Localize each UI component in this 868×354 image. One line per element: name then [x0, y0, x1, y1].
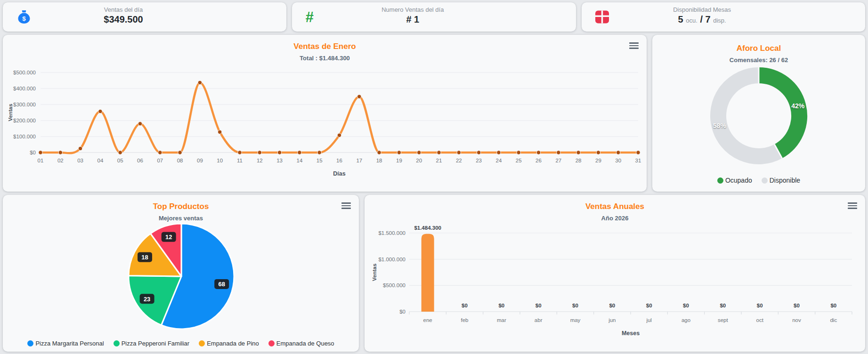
legend-label: Empanada de Queso: [276, 340, 334, 347]
legend-item[interactable]: Pizza Margarita Personal: [27, 340, 104, 347]
top-productos-card: Top Productos Mejores ventas 68231812 Pi…: [3, 195, 359, 352]
svg-text:$1.484.300: $1.484.300: [414, 225, 441, 231]
svg-text:jul: jul: [646, 317, 652, 323]
stat-text: Ventas del día $349.500: [31, 6, 216, 25]
legend-label: Disponible: [770, 177, 800, 184]
chart-subtitle: Mejores ventas: [3, 215, 359, 222]
svg-text:12: 12: [257, 158, 263, 163]
dashboard-page: $ Ventas del día $349.500 # Numero Venta…: [0, 0, 868, 354]
legend-dot: [268, 340, 275, 346]
legend-dot: [114, 340, 120, 346]
stat-label: Numero Ventas del día: [321, 6, 505, 13]
svg-text:42%: 42%: [791, 102, 805, 110]
svg-text:ago: ago: [681, 317, 690, 323]
stat-value: # 1: [321, 14, 505, 25]
aforo-donut-chart[interactable]: 42%58%: [656, 66, 861, 169]
chart-title: Aforo Local: [652, 44, 865, 53]
svg-text:nov: nov: [792, 317, 801, 323]
stat-value: 5 ocu. / 7 disp.: [610, 14, 795, 25]
legend-item[interactable]: Empanada de Queso: [268, 340, 334, 347]
legend-dot: [762, 177, 768, 184]
svg-text:$100.000: $100.000: [13, 134, 36, 139]
svg-text:31: 31: [635, 158, 641, 163]
legend-label: Ocupado: [725, 177, 752, 184]
legend-label: Pizza Margarita Personal: [35, 340, 104, 347]
legend-item[interactable]: Ocupado: [717, 177, 752, 184]
svg-text:feb: feb: [461, 317, 469, 323]
svg-text:18: 18: [376, 158, 382, 163]
svg-text:$200.000: $200.000: [13, 118, 36, 123]
svg-text:29: 29: [595, 158, 601, 163]
svg-text:$0: $0: [830, 303, 836, 308]
available-unit: disp.: [713, 17, 726, 24]
svg-text:$0: $0: [30, 150, 36, 155]
svg-text:58%: 58%: [713, 122, 727, 129]
available-count: 7: [706, 14, 711, 24]
svg-text:Meses: Meses: [622, 330, 640, 337]
svg-text:23: 23: [476, 158, 482, 163]
tables-grid-icon: [595, 10, 609, 24]
svg-text:$1.500.000: $1.500.000: [378, 230, 406, 236]
svg-text:04: 04: [97, 158, 104, 163]
occupied-unit: ocu.: [686, 17, 698, 24]
svg-text:may: may: [570, 317, 581, 323]
chart-subtitle: Total : $1.484.300: [3, 55, 647, 62]
svg-text:ene: ene: [423, 317, 432, 323]
legend-item[interactable]: Disponible: [762, 177, 800, 184]
stat-cards-row: $ Ventas del día $349.500 # Numero Venta…: [3, 2, 865, 32]
chart-subtitle: Año 2026: [365, 215, 865, 222]
svg-text:$0: $0: [572, 303, 578, 308]
legend-item[interactable]: Pizza Pepperoni Familiar: [114, 340, 190, 347]
hamburger-menu-icon[interactable]: [848, 201, 857, 210]
svg-text:$1.000.000: $1.000.000: [378, 257, 406, 262]
stat-card-tables-availability: Disponibilidad Mesas 5 ocu. / 7 disp.: [582, 2, 865, 32]
svg-text:$300.000: $300.000: [13, 102, 36, 107]
svg-text:$500.000: $500.000: [13, 70, 36, 75]
svg-text:dic: dic: [830, 317, 837, 323]
svg-text:02: 02: [57, 158, 64, 163]
money-bag-icon: $: [16, 9, 32, 25]
svg-text:23: 23: [144, 296, 150, 303]
svg-text:07: 07: [157, 158, 163, 163]
svg-text:13: 13: [276, 158, 283, 163]
ventas-enero-line-chart[interactable]: $0$100.000$200.000$300.000$400.000$500.0…: [6, 62, 644, 190]
legend-dot: [27, 340, 33, 346]
legend-label: Empanada de Pino: [207, 340, 259, 347]
svg-text:18: 18: [141, 254, 148, 261]
svg-text:$0: $0: [535, 303, 542, 308]
legend-item[interactable]: Empanada de Pino: [199, 340, 259, 347]
chart-subtitle: Comensales: 26 / 62: [652, 56, 865, 64]
stat-label: Ventas del día: [31, 6, 216, 13]
svg-text:$0: $0: [462, 303, 468, 308]
svg-text:17: 17: [356, 158, 362, 163]
stat-label: Disponibilidad Mesas: [610, 6, 795, 13]
chart-title: Ventas Anuales: [365, 202, 865, 211]
svg-text:$0: $0: [609, 303, 615, 308]
svg-text:$0: $0: [498, 303, 504, 308]
legend-label: Pizza Pepperoni Familiar: [122, 340, 190, 347]
svg-text:09: 09: [197, 158, 203, 163]
middle-charts-row: Ventas de Enero Total : $1.484.300 $0$10…: [3, 35, 865, 192]
svg-text:$400.000: $400.000: [13, 86, 36, 91]
stat-text: Disponibilidad Mesas 5 ocu. / 7 disp.: [610, 6, 795, 25]
svg-text:Ventas: Ventas: [8, 104, 13, 121]
svg-text:abr: abr: [535, 317, 543, 323]
chart-title: Top Productos: [3, 202, 359, 211]
ventas-anuales-card: Ventas Anuales Año 2026 $0$500.000$1.000…: [365, 195, 865, 352]
svg-text:19: 19: [396, 158, 402, 163]
ventas-anuales-bar-chart[interactable]: $0$500.000$1.000.000$1.500.000$1.484.300…: [367, 222, 863, 347]
stat-text: Numero Ventas del día # 1: [321, 6, 505, 25]
svg-text:27: 27: [555, 158, 561, 163]
occupied-count: 5: [678, 14, 683, 24]
svg-text:Ventas: Ventas: [372, 264, 377, 281]
hamburger-menu-icon[interactable]: [341, 201, 351, 210]
svg-text:$0: $0: [399, 309, 406, 314]
separator: /: [700, 14, 703, 24]
stat-card-sales-count: # Numero Ventas del día # 1: [292, 2, 576, 32]
legend-dot: [717, 177, 723, 184]
top-productos-pie-chart[interactable]: 68231812: [7, 222, 355, 335]
svg-text:08: 08: [177, 158, 183, 163]
svg-text:$0: $0: [646, 303, 652, 308]
aforo-local-card: Aforo Local Comensales: 26 / 62 42%58% O…: [652, 35, 865, 192]
hamburger-menu-icon[interactable]: [629, 41, 639, 50]
